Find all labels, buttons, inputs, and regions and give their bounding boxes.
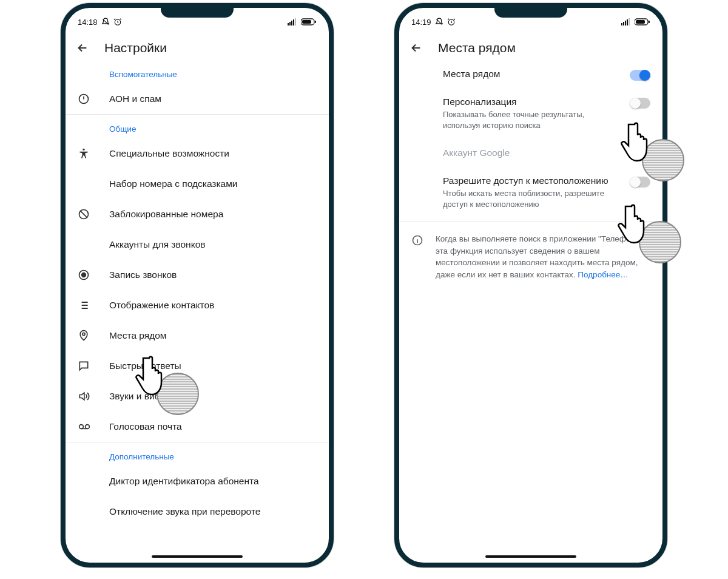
svg-point-13 — [82, 273, 86, 277]
item-label: АОН и спам — [109, 93, 319, 104]
item-label: Быстрые ответы — [109, 361, 319, 371]
page-title: Настройки — [104, 41, 167, 55]
volume-icon — [78, 390, 109, 402]
item-caller-id-announcer[interactable]: Диктор идентификатора абонента — [66, 466, 329, 496]
battery-icon — [635, 18, 650, 25]
phone-left: 14:18 Настройки Вспомогательные АОН и сп… — [61, 3, 334, 567]
status-bar: 14:18 — [66, 8, 329, 30]
block-icon — [78, 208, 109, 220]
switch[interactable] — [630, 70, 650, 81]
svg-rect-22 — [629, 18, 630, 25]
toggle-subtitle: Показывать более точные результаты, испо… — [443, 109, 620, 130]
svg-point-10 — [83, 149, 84, 151]
item-label: Диктор идентификатора абонента — [109, 476, 319, 487]
settings-list: Вспомогательные АОН и спам Общие Специал… — [66, 60, 329, 527]
svg-rect-3 — [291, 21, 292, 25]
toggle-title: Персонализация — [443, 96, 620, 107]
svg-rect-20 — [625, 21, 626, 25]
dnd-icon — [101, 18, 110, 26]
accessibility-icon — [78, 147, 109, 160]
switch[interactable] — [630, 98, 650, 109]
item-label: Аккаунты для звонков — [109, 239, 319, 250]
phone-right: 14:19 Места рядом Места рядом Персонализ… — [394, 3, 667, 567]
svg-rect-24 — [636, 20, 645, 24]
voicemail-icon — [78, 421, 109, 433]
section-label: Общие — [66, 115, 329, 138]
svg-rect-8 — [315, 21, 316, 23]
alarm-icon — [113, 18, 122, 26]
item-label: Отключение звука при перевороте — [109, 506, 319, 517]
header: Места рядом — [399, 30, 662, 60]
toggle-personalization[interactable]: Персонализация Показывать более точные р… — [399, 88, 662, 139]
section-label: Дополнительные — [66, 442, 329, 466]
svg-rect-2 — [289, 22, 291, 25]
speech-bubble-icon — [78, 360, 109, 372]
info-text: Когда вы выполняете поиск в приложении "… — [436, 233, 650, 280]
item-label: Голосовая почта — [109, 421, 319, 432]
svg-rect-19 — [623, 22, 624, 25]
item-label: Места рядом — [109, 330, 319, 341]
item-assisted-dialing[interactable]: Набор номера с подсказками — [66, 169, 329, 199]
nav-handle[interactable] — [485, 555, 576, 558]
toggle-title: Места рядом — [443, 69, 620, 80]
svg-rect-1 — [288, 23, 289, 25]
alert-circle-icon — [78, 93, 109, 105]
item-nearby-places[interactable]: Места рядом — [66, 320, 329, 351]
item-caller-id-spam[interactable]: АОН и спам — [66, 84, 329, 114]
back-button[interactable] — [409, 41, 423, 55]
nav-handle[interactable] — [152, 555, 243, 558]
item-call-recording[interactable]: Запись звонков — [66, 260, 329, 290]
dnd-icon — [435, 18, 443, 26]
battery-icon — [301, 18, 317, 25]
toggle-subtitle: Чтобы искать места поблизости, разрешите… — [443, 188, 620, 209]
item-google-account: Аккаунт Google — [399, 139, 662, 167]
item-sounds-vibration[interactable]: Звуки и вибрация — [66, 381, 329, 411]
status-time: 14:18 — [78, 18, 98, 27]
signal-icon — [288, 18, 297, 25]
arrow-left-icon — [410, 41, 423, 55]
svg-rect-21 — [627, 19, 628, 25]
section-label: Вспомогательные — [66, 60, 329, 84]
svg-rect-4 — [293, 19, 294, 25]
page-title: Места рядом — [438, 41, 516, 55]
svg-point-16 — [86, 425, 90, 429]
info-block: Когда вы выполняете поиск в приложении "… — [399, 222, 662, 291]
pin-icon — [78, 330, 109, 342]
item-flip-to-silence[interactable]: Отключение звука при перевороте — [66, 496, 329, 527]
svg-point-15 — [79, 425, 84, 429]
svg-rect-25 — [649, 21, 650, 23]
header: Настройки — [66, 30, 329, 60]
list-icon — [78, 299, 109, 311]
item-quick-responses[interactable]: Быстрые ответы — [66, 351, 329, 381]
item-blocked-numbers[interactable]: Заблокированные номера — [66, 199, 329, 229]
svg-rect-18 — [621, 23, 622, 25]
item-label: Набор номера с подсказками — [109, 178, 319, 189]
toggle-location-access[interactable]: Разрешите доступ к местоположению Чтобы … — [399, 167, 662, 218]
record-icon — [78, 269, 109, 281]
svg-point-14 — [83, 333, 85, 335]
item-accessibility[interactable]: Специальные возможности — [66, 138, 329, 169]
status-time: 14:19 — [411, 18, 431, 27]
item-voicemail[interactable]: Голосовая почта — [66, 411, 329, 442]
switch[interactable] — [630, 177, 650, 188]
arrow-left-icon — [76, 41, 89, 55]
item-label: Запись звонков — [109, 269, 319, 280]
toggle-nearby-places[interactable]: Места рядом — [399, 60, 662, 88]
item-display-options[interactable]: Отображение контактов — [66, 290, 329, 320]
status-bar: 14:19 — [399, 8, 662, 30]
item-label: Специальные возможности — [109, 148, 319, 159]
svg-rect-5 — [295, 18, 296, 25]
item-label: Отображение контактов — [109, 300, 319, 311]
item-calling-accounts[interactable]: Аккаунты для звонков — [66, 229, 329, 260]
toggle-title: Разрешите доступ к местоположению — [443, 175, 620, 186]
item-label: Звуки и вибрация — [109, 391, 319, 402]
alarm-icon — [447, 18, 456, 26]
learn-more-link[interactable]: Подробнее… — [578, 270, 629, 279]
signal-icon — [621, 18, 631, 25]
item-label: Заблокированные номера — [109, 209, 319, 220]
item-label: Аккаунт Google — [443, 147, 620, 158]
svg-rect-7 — [302, 20, 311, 24]
info-icon — [411, 233, 423, 280]
back-button[interactable] — [75, 41, 90, 55]
